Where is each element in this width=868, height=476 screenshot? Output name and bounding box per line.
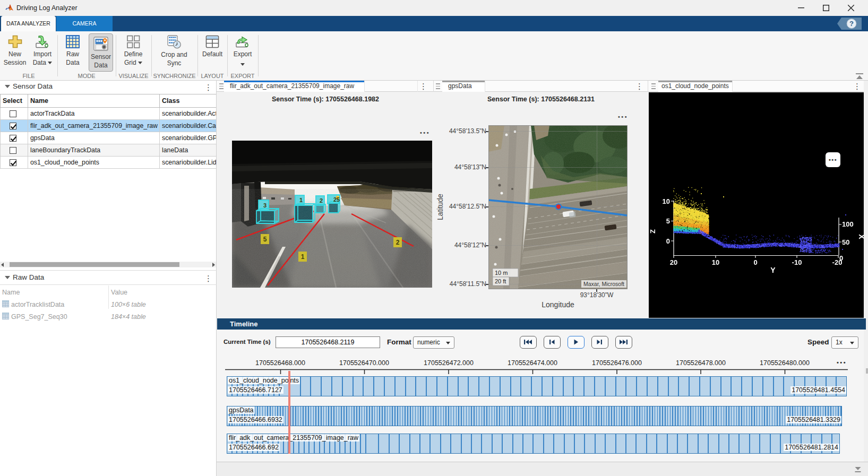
svg-text:?: ? (849, 20, 854, 28)
